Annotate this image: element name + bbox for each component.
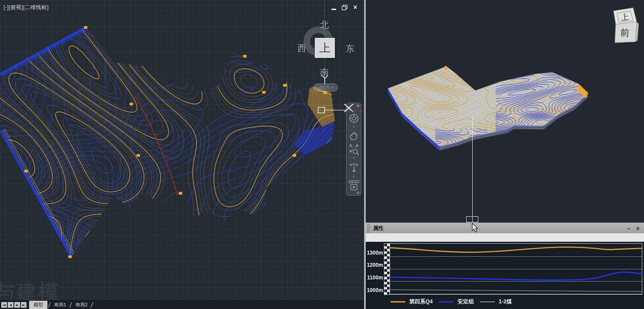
properties-panel: 属性 – × 1300m 1200m 1100m 1000m 第四系Q4 安定组… bbox=[366, 222, 644, 309]
chevron-down-icon[interactable]: ▾ bbox=[353, 125, 355, 129]
close-icon[interactable]: × bbox=[352, 4, 358, 10]
section-line bbox=[472, 117, 473, 222]
y-tick-1100: 1100m bbox=[366, 275, 383, 281]
panel-toolbar-strip bbox=[366, 233, 644, 242]
tab-nav-last[interactable]: ▶| bbox=[21, 302, 27, 308]
tab-model[interactable]: 模型 bbox=[29, 301, 47, 309]
viewcube-top-face[interactable]: 上 bbox=[315, 38, 335, 58]
viewcube-3d-front-label[interactable]: 前 bbox=[621, 27, 630, 37]
watermark-text: 与建模 bbox=[0, 279, 60, 300]
tab-nav-prev[interactable]: ◀ bbox=[8, 302, 13, 308]
navigation-bar: ⊗ ▾ ▾ ▾ bbox=[346, 103, 361, 196]
application-window: [-][俯视][二维线框] × 与建模 北 南 西 东 上 WCS bbox=[0, 0, 644, 309]
viewport-3d[interactable]: 上 前 bbox=[366, 0, 644, 222]
chevron-down-icon: ▾ bbox=[331, 86, 333, 90]
navbar-collapse-icon[interactable]: ⊖ bbox=[356, 191, 360, 195]
legend-dash-q4 bbox=[390, 301, 405, 302]
viewcube-east[interactable]: 东 bbox=[346, 43, 354, 54]
chevron-down-icon[interactable]: ▾ bbox=[353, 157, 355, 160]
viewport-2d-plan[interactable]: [-][俯视][二维线框] × 与建模 北 南 西 东 上 WCS bbox=[0, 0, 364, 300]
viewport-label[interactable]: [-][俯视][二维线框] bbox=[3, 4, 49, 11]
viewcube-3d[interactable]: 上 前 bbox=[608, 3, 643, 47]
tab-layout2[interactable]: 布局2 bbox=[72, 301, 91, 309]
tab-separator bbox=[91, 302, 93, 307]
panel-close-icon[interactable]: × bbox=[636, 226, 640, 231]
viewcube-2d: 北 南 西 东 上 bbox=[297, 18, 354, 79]
legend-dash-coal bbox=[480, 301, 495, 302]
tab-nav-first[interactable]: |◀ bbox=[1, 302, 7, 308]
y-tick-1000: 1000m bbox=[366, 287, 383, 293]
wcs-label: WCS bbox=[318, 85, 330, 90]
steering-wheel-icon[interactable] bbox=[348, 113, 360, 124]
orbit-icon[interactable] bbox=[348, 161, 360, 174]
legend-label-anding: 安定组 bbox=[457, 298, 474, 306]
zoom-extents-icon[interactable] bbox=[348, 143, 360, 155]
properties-titlebar[interactable]: 属性 – × bbox=[366, 222, 644, 233]
restore-icon[interactable] bbox=[341, 4, 347, 10]
legend-dash-anding bbox=[439, 301, 454, 302]
panel-minimize-icon[interactable]: – bbox=[627, 226, 631, 231]
viewcube-north[interactable]: 北 bbox=[320, 19, 329, 31]
viewcube-3d-top-label[interactable]: 上 bbox=[620, 12, 629, 22]
y-tick-1300: 1300m bbox=[366, 250, 383, 256]
ucs-axis-icon bbox=[314, 75, 336, 84]
grip-handle-icon[interactable] bbox=[367, 224, 370, 233]
navbar-close-icon[interactable]: ⊗ bbox=[356, 104, 360, 108]
pan-hand-icon[interactable] bbox=[349, 130, 359, 141]
tab-layout1[interactable]: 布局1 bbox=[50, 301, 70, 309]
selection-window bbox=[466, 216, 478, 222]
wcs-dropdown[interactable]: WCS ▾ bbox=[314, 84, 338, 91]
chart-legend: 第四系Q4 安定组 1-2煤 bbox=[390, 298, 518, 306]
viewport-window-controls: × bbox=[330, 4, 358, 10]
chevron-down-icon[interactable]: ▾ bbox=[353, 175, 355, 178]
legend-label-q4: 第四系Q4 bbox=[409, 298, 433, 306]
mouse-cursor bbox=[472, 223, 478, 232]
viewcube-west[interactable]: 西 bbox=[297, 43, 306, 54]
panel-title: 属性 bbox=[373, 225, 384, 232]
minimize-icon[interactable] bbox=[330, 4, 337, 10]
layout-tab-bar: |◀ ◀ ▶ ▶| 模型 布局1 布局2 bbox=[0, 300, 364, 309]
legend-label-coal: 1-2煤 bbox=[499, 298, 512, 306]
tab-nav-next[interactable]: ▶ bbox=[14, 302, 20, 308]
y-tick-1200: 1200m bbox=[366, 262, 383, 268]
terrain-3d-canvas[interactable] bbox=[366, 0, 644, 222]
